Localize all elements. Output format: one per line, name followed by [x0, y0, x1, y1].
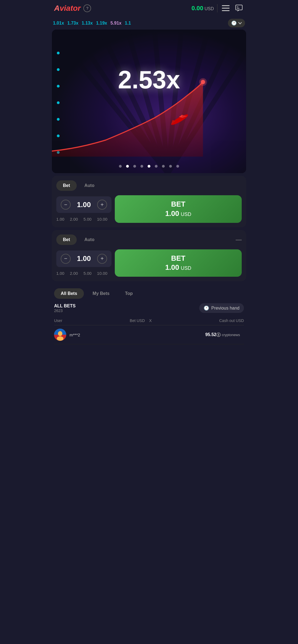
mult-item-1[interactable]: 1.73x: [67, 20, 78, 27]
svg-rect-0: [222, 5, 230, 6]
minus-icon-2: −: [64, 255, 67, 262]
bets-tab-all[interactable]: All Bets: [54, 288, 84, 299]
collapse-button-2[interactable]: —: [236, 234, 242, 245]
header-left: Aviator ?: [54, 4, 91, 13]
bet-button-amount-1: 1.00 USD: [119, 209, 237, 218]
currency-usd: USD: [204, 6, 214, 11]
quick-amt-1-2[interactable]: 2.00: [70, 217, 78, 221]
bet-button-1[interactable]: BET 1.00 USD: [115, 195, 242, 223]
quick-amt-2-3[interactable]: 5.00: [83, 271, 91, 276]
svg-rect-5: [237, 8, 240, 9]
quick-amt-2-2[interactable]: 2.00: [70, 271, 78, 276]
multiplier-bar: 1.01x 1.73x 1.13x 1.19x 5.91x 1.1 🕐: [50, 17, 248, 30]
bets-section: All Bets My Bets Top ALL BETS 2623 🕐 Pre…: [50, 284, 248, 349]
prev-hand-label: Previous hand: [211, 306, 240, 311]
user-avatar: [54, 329, 66, 341]
col-cashout: Cash out USD: [219, 318, 244, 323]
header-divider: [217, 4, 217, 12]
cryptonews-label: cryptonews: [222, 333, 240, 337]
bets-count: 2623: [54, 308, 76, 313]
menu-button[interactable]: [221, 4, 231, 12]
header: Aviator ? 0.00 USD: [50, 0, 248, 17]
bet-tabs-1: Bet Auto: [56, 180, 242, 191]
bet-controls-2: − 1.00 + 1.00 2.00 5.00 10.00 BET 1.00 U…: [56, 249, 242, 277]
chat-button[interactable]: [234, 3, 244, 13]
bet-controls-1: − 1.00 + 1.00 2.00 5.00 10.00 BET 1.00 U…: [56, 195, 242, 223]
bets-title: ALL BETS: [54, 303, 76, 308]
cryptonews-icon: ₿: [216, 332, 221, 337]
carousel-dot[interactable]: [133, 165, 136, 168]
svg-point-23: [58, 331, 62, 336]
carousel-dot[interactable]: [155, 165, 158, 168]
chat-icon: [235, 4, 243, 12]
mult-item-5[interactable]: 1.1: [125, 20, 131, 27]
bet-button-label-2: BET: [119, 254, 237, 263]
mult-item-3[interactable]: 1.19x: [96, 20, 107, 27]
bet-button-2[interactable]: BET 1.00 USD: [115, 249, 242, 277]
bets-columns: User Bet USD X Cash out USD: [54, 316, 244, 325]
bet-panel-2: Bet Auto — − 1.00 + 1.00 2.00 5.00 10.00: [52, 230, 246, 281]
bet-tabs-2: Bet Auto —: [56, 234, 242, 245]
balance-value: 0.00: [191, 5, 203, 12]
bet-panel-1: Bet Auto − 1.00 + 1.00 2.00 5.00 10.00 B…: [52, 176, 246, 227]
col-bet: Bet USD X: [130, 318, 151, 323]
bet-tab-auto-2[interactable]: Auto: [78, 234, 101, 245]
bet-amount-value-1: 1.00: [165, 209, 179, 218]
increase-button-1[interactable]: +: [97, 200, 107, 210]
quick-amounts-2: 1.00 2.00 5.00 10.00: [56, 271, 111, 276]
carousel-dot[interactable]: [140, 165, 143, 168]
bet-tab-bet-1[interactable]: Bet: [56, 180, 77, 191]
bet-row: m***2 95.52 ₿ cryptonews: [54, 325, 244, 344]
carousel-dot[interactable]: [176, 165, 179, 168]
svg-text:₿: ₿: [218, 333, 219, 336]
amount-control-2: − 1.00 +: [56, 250, 111, 267]
mult-item-2[interactable]: 1.13x: [82, 20, 93, 27]
help-button[interactable]: ?: [83, 4, 91, 12]
mult-item-4[interactable]: 5.91x: [110, 20, 121, 27]
logo: Aviator: [54, 4, 81, 13]
previous-hand-button[interactable]: 🕐 Previous hand: [199, 303, 244, 313]
history-clock-icon: 🕐: [204, 305, 209, 311]
history-button[interactable]: 🕐: [228, 19, 245, 27]
header-right: 0.00 USD: [191, 3, 244, 13]
svg-rect-1: [222, 8, 230, 9]
quick-amt-1-1[interactable]: 1.00: [56, 217, 64, 221]
bet-button-label-1: BET: [119, 200, 237, 209]
increase-button-2[interactable]: +: [97, 254, 107, 264]
bets-tab-my[interactable]: My Bets: [86, 288, 116, 299]
carousel-dot[interactable]: [148, 165, 150, 168]
svg-rect-3: [236, 5, 242, 10]
svg-point-16: [199, 78, 207, 86]
amount-value-1: 1.00: [74, 200, 94, 209]
amount-control-1: − 1.00 +: [56, 196, 111, 213]
mult-item-0[interactable]: 1.01x: [53, 20, 64, 27]
quick-amt-1-3[interactable]: 5.00: [83, 217, 91, 221]
carousel-dot[interactable]: [169, 165, 172, 168]
quick-amt-1-4[interactable]: 10.00: [97, 217, 108, 221]
bet-tab-bet-2[interactable]: Bet: [56, 234, 77, 245]
carousel-dot[interactable]: [119, 165, 122, 168]
avatar-image: [54, 329, 66, 341]
minus-icon-1: −: [64, 202, 67, 208]
menu-icon: [222, 5, 230, 11]
decrease-button-1[interactable]: −: [61, 200, 71, 210]
graph-curve: [52, 74, 246, 157]
carousel-dot[interactable]: [162, 165, 165, 168]
plus-icon-1: +: [100, 202, 104, 208]
bet-tab-auto-1[interactable]: Auto: [78, 180, 101, 191]
bets-tab-top[interactable]: Top: [118, 288, 139, 299]
chevron-down-icon: [238, 22, 242, 24]
balance-display: 0.00 USD: [191, 5, 214, 12]
quick-amt-2-4[interactable]: 10.00: [97, 271, 108, 276]
svg-point-17: [170, 113, 189, 126]
bets-title-block: ALL BETS 2623: [54, 303, 76, 313]
axis-dot: [57, 68, 60, 71]
svg-rect-2: [222, 10, 230, 11]
quick-amt-2-1[interactable]: 1.00: [56, 271, 64, 276]
game-area: 2.53x: [52, 30, 246, 173]
bet-button-amount-2: 1.00 USD: [119, 263, 237, 272]
carousel-dot[interactable]: [126, 165, 129, 168]
svg-rect-4: [237, 7, 238, 7]
decrease-button-2[interactable]: −: [61, 254, 71, 264]
bet-currency-label-1: USD: [181, 212, 191, 217]
